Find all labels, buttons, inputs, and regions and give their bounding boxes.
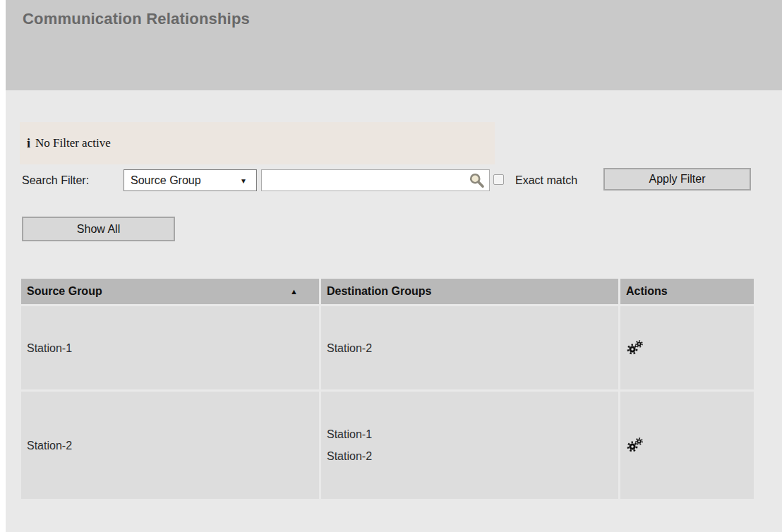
page-title: Communication Relationships [23,10,250,28]
destination-group-list: Station-1 Station-2 [327,423,372,467]
source-group-value: Station-2 [27,435,72,457]
content-area: i No Filter active Search Filter: Source… [6,90,782,532]
table-row-1-source-group: Station-1 [21,306,319,389]
search-filter-dropdown-value: Source Group [131,174,201,187]
page: Communication Relationships i No Filter … [0,0,782,532]
sort-ascending-icon[interactable]: ▲ [290,287,313,296]
magnifier-icon[interactable] [469,172,485,188]
destination-group-value: Station-2 [327,337,372,359]
communication-relationships-table: Source Group ▲ Destination Groups Action… [21,279,754,499]
search-filter-dropdown[interactable]: Source Group ▼ [124,169,257,191]
title-banner: Communication Relationships [6,0,782,90]
column-header-label: Destination Groups [327,285,431,298]
filter-status-bar: i No Filter active [20,122,495,164]
destination-group-value: Station-1 [327,423,372,445]
exact-match-label: Exact match [515,169,577,191]
column-header-destination-groups[interactable]: Destination Groups [321,279,618,304]
table-row-2-source-group: Station-2 [21,392,319,499]
table-row-1-destination-groups: Station-2 [321,306,618,389]
table-row-2-destination-groups: Station-1 Station-2 [321,392,618,499]
filter-status-text: No Filter active [35,136,111,150]
table-row-1-actions [620,306,754,389]
show-all-button[interactable]: Show All [22,217,175,241]
gears-icon[interactable] [626,339,644,356]
exact-match-checkbox[interactable] [493,174,504,185]
chevron-down-icon: ▼ [240,176,247,184]
gears-icon[interactable] [626,437,644,454]
search-field-wrap [261,169,490,191]
column-header-label: Actions [626,285,668,298]
info-icon: i [27,136,30,151]
apply-filter-button[interactable]: Apply Filter [603,168,751,191]
column-header-label: Source Group [27,285,102,298]
table-row-2-actions [620,392,754,499]
column-header-source-group[interactable]: Source Group ▲ [21,279,319,304]
search-filter-label: Search Filter: [22,169,89,191]
source-group-value: Station-1 [27,337,72,359]
destination-group-value: Station-2 [327,445,372,467]
search-input[interactable] [261,169,490,191]
column-header-actions: Actions [620,279,754,304]
